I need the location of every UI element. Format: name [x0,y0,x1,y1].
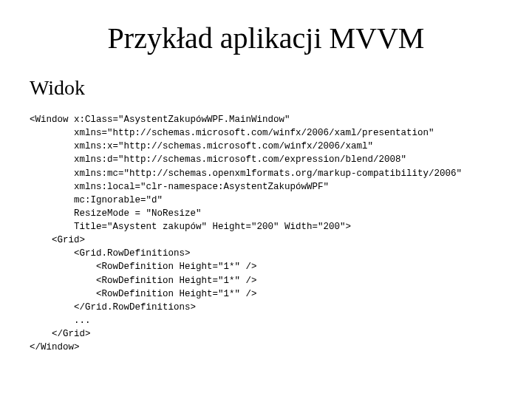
code-line: ResizeMode = "NoResize" [30,208,202,219]
code-line: <RowDefinition Height="1*" /> [30,262,257,272]
code-line: <RowDefinition Height="1*" /> [30,289,257,299]
code-line: Title="Asystent zakupów" Height="200" Wi… [30,222,351,232]
slide-subtitle: Widok [30,76,502,100]
code-line: xmlns:mc="http://schemas.openxmlformats.… [30,168,462,179]
code-line: <Grid> [30,235,85,245]
code-line: <Window x:Class="AsystentZakupówWPF.Main… [30,115,290,125]
code-line: xmlns:x="http://schemas.microsoft.com/wi… [30,141,373,151]
code-line: mc:Ignorable="d" [30,195,163,205]
code-line: xmlns="http://schemas.microsoft.com/winf… [30,128,434,138]
code-line: ... [30,316,91,326]
code-line: </Window> [30,342,80,352]
code-line: xmlns:d="http://schemas.microsoft.com/ex… [30,154,406,165]
code-line: xmlns:local="clr-namespace:AsystentZakup… [30,182,329,192]
slide-title: Przykład aplikacji MVVM [30,21,502,55]
code-line: <RowDefinition Height="1*" /> [30,276,257,286]
code-block: <Window x:Class="AsystentZakupówWPF.Main… [30,113,502,354]
code-line: </Grid> [30,329,91,339]
code-line: </Grid.RowDefinitions> [30,302,196,313]
slide: Przykład aplikacji MVVM Widok <Window x:… [0,0,532,399]
code-line: <Grid.RowDefinitions> [30,248,191,259]
